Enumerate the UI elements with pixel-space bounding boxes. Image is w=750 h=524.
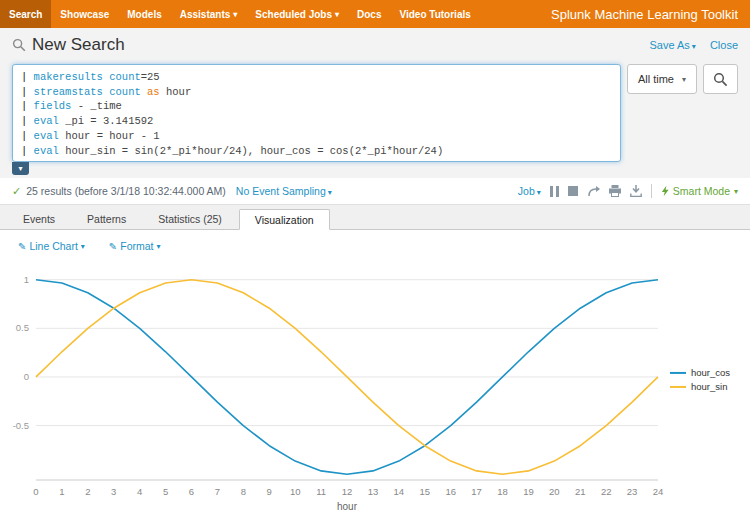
pause-button[interactable] xyxy=(550,186,559,197)
app-window: SearchShowcaseModelsAssistants▾Scheduled… xyxy=(0,0,750,524)
top-navbar: SearchShowcaseModelsAssistants▾Scheduled… xyxy=(0,0,750,28)
visualization-area: ✎ Line Chart▾ ✎ Format▾ -0.500.510123456… xyxy=(0,230,750,518)
search-icon xyxy=(713,72,728,87)
page-title-group: New Search xyxy=(12,35,125,55)
header-actions: Save As▾ Close xyxy=(650,39,739,51)
page-title: New Search xyxy=(32,35,125,55)
search-query-editor[interactable]: | makeresults count=25| streamstats coun… xyxy=(12,64,621,162)
svg-text:14: 14 xyxy=(394,486,405,497)
svg-text:24: 24 xyxy=(653,486,664,497)
search-mode-button[interactable]: Smart Mode▾ xyxy=(661,185,738,197)
nav-item-assistants[interactable]: Assistants▾ xyxy=(171,0,247,28)
svg-text:1: 1 xyxy=(59,486,64,497)
svg-text:17: 17 xyxy=(471,486,482,497)
svg-text:hour_cos: hour_cos xyxy=(691,367,730,378)
svg-text:18: 18 xyxy=(497,486,508,497)
tab-events[interactable]: Events xyxy=(8,209,70,229)
stop-button[interactable] xyxy=(568,186,578,196)
svg-text:hour: hour xyxy=(337,501,358,512)
viz-controls: ✎ Line Chart▾ ✎ Format▾ xyxy=(0,230,750,260)
search-submit-button[interactable] xyxy=(703,64,738,94)
svg-text:23: 23 xyxy=(627,486,638,497)
time-range-picker[interactable]: All time ▾ xyxy=(627,64,697,94)
svg-text:13: 13 xyxy=(368,486,379,497)
time-range-label: All time xyxy=(638,73,674,85)
job-controls: Job▾ Smart Mode▾ xyxy=(518,184,738,198)
nav-item-docs[interactable]: Docs xyxy=(348,0,390,28)
svg-text:10: 10 xyxy=(290,486,301,497)
svg-text:12: 12 xyxy=(342,486,353,497)
tab-visualization[interactable]: Visualization xyxy=(239,209,330,230)
chevron-down-icon: ▾ xyxy=(537,188,541,197)
nav-item-video-tutorials[interactable]: Video Tutorials xyxy=(390,0,479,28)
svg-text:20: 20 xyxy=(549,486,560,497)
nav-item-search[interactable]: Search xyxy=(0,0,51,28)
chevron-down-icon: ▾ xyxy=(682,75,686,84)
svg-text:hour_sin: hour_sin xyxy=(691,381,727,392)
share-button[interactable] xyxy=(587,185,600,197)
search-header: New Search Save As▾ Close xyxy=(0,28,750,62)
svg-text:8: 8 xyxy=(241,486,246,497)
save-as-button[interactable]: Save As▾ xyxy=(650,39,696,51)
search-bar-section: | makeresults count=25| streamstats coun… xyxy=(0,62,750,178)
svg-text:0: 0 xyxy=(24,371,29,382)
pencil-icon: ✎ xyxy=(109,241,117,252)
export-button[interactable] xyxy=(630,185,642,197)
results-status: 25 results (before 3/1/18 10:32:44.000 A… xyxy=(26,185,226,197)
chevron-down-icon: ▾ xyxy=(81,242,85,251)
bolt-icon xyxy=(661,185,669,197)
chevron-down-icon: ▾ xyxy=(692,42,696,51)
results-status-group: ✓ 25 results (before 3/1/18 10:32:44.000… xyxy=(12,185,332,198)
svg-text:19: 19 xyxy=(523,486,534,497)
svg-text:11: 11 xyxy=(316,486,326,497)
nav-item-models[interactable]: Models xyxy=(118,0,170,28)
svg-text:16: 16 xyxy=(445,486,456,497)
svg-text:22: 22 xyxy=(601,486,612,497)
svg-text:7: 7 xyxy=(215,486,220,497)
tab-patterns[interactable]: Patterns xyxy=(72,209,141,229)
chevron-down-icon: ▾ xyxy=(328,188,332,197)
event-sampling-button[interactable]: No Event Sampling▾ xyxy=(236,185,332,197)
svg-text:5: 5 xyxy=(163,486,168,497)
svg-text:0.5: 0.5 xyxy=(16,322,29,333)
svg-text:3: 3 xyxy=(111,486,116,497)
chart-type-button[interactable]: ✎ Line Chart▾ xyxy=(18,240,85,252)
print-button[interactable] xyxy=(609,185,621,197)
svg-text:15: 15 xyxy=(419,486,430,497)
svg-text:1: 1 xyxy=(24,274,29,285)
results-bar: ✓ 25 results (before 3/1/18 10:32:44.000… xyxy=(0,178,750,204)
tabs-bar: EventsPatternsStatistics (25)Visualizati… xyxy=(0,204,750,230)
format-button[interactable]: ✎ Format▾ xyxy=(109,240,161,252)
svg-text:2: 2 xyxy=(85,486,90,497)
search-icon xyxy=(12,38,26,52)
job-menu-button[interactable]: Job▾ xyxy=(518,185,541,197)
editor-expand-button[interactable]: ▾ xyxy=(12,162,29,175)
close-button[interactable]: Close xyxy=(710,39,738,51)
chevron-down-icon: ▾ xyxy=(734,187,738,196)
chevron-down-icon: ▾ xyxy=(157,242,161,251)
check-icon: ✓ xyxy=(12,185,21,198)
tab-statistics-25[interactable]: Statistics (25) xyxy=(143,209,237,229)
svg-text:9: 9 xyxy=(267,486,272,497)
nav-item-showcase[interactable]: Showcase xyxy=(51,0,118,28)
svg-text:-0.5: -0.5 xyxy=(13,420,29,431)
svg-text:4: 4 xyxy=(137,486,142,497)
pencil-icon: ✎ xyxy=(18,241,26,252)
app-title: Splunk Machine Learning Toolkit xyxy=(539,0,750,28)
svg-text:6: 6 xyxy=(189,486,194,497)
divider xyxy=(651,184,652,198)
svg-text:0: 0 xyxy=(33,486,38,497)
navbar-items: SearchShowcaseModelsAssistants▾Scheduled… xyxy=(0,0,480,28)
nav-item-scheduled-jobs[interactable]: Scheduled Jobs▾ xyxy=(246,0,348,28)
svg-text:21: 21 xyxy=(575,486,586,497)
line-chart[interactable]: -0.500.510123456789101112131415161718192… xyxy=(0,260,750,518)
